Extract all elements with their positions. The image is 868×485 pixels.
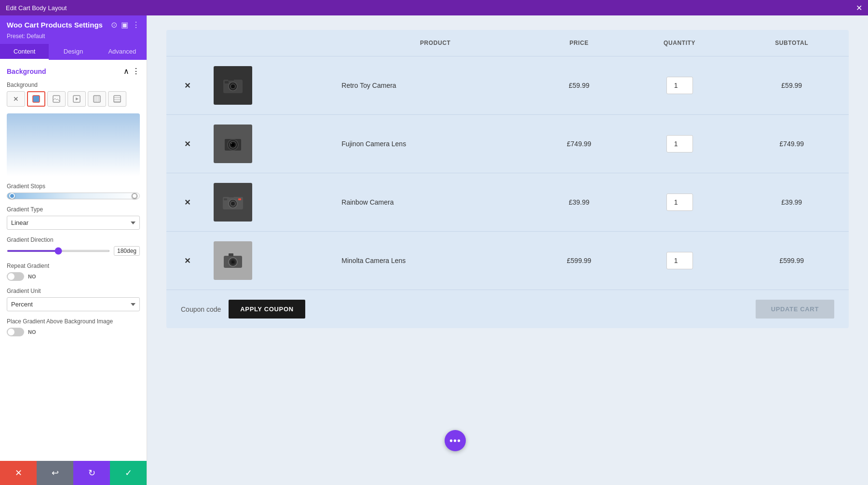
gradient-direction-label: Gradient Direction	[7, 236, 140, 243]
gradient-unit-select[interactable]: Percent Pixels	[7, 297, 140, 311]
panel-header-icons: ⊙ ▣ ⋮	[111, 20, 140, 29]
more-icon[interactable]: ⋮	[132, 20, 140, 29]
gradient-direction-slider-row: 180deg	[7, 246, 140, 256]
tabs: Content Design Advanced	[0, 44, 147, 60]
svg-rect-29	[229, 253, 233, 256]
gradient-direction-slider[interactable]	[7, 250, 110, 252]
repeat-gradient-toggle-row: NO	[7, 272, 140, 281]
header-subtotal: SUBTOTAL	[734, 30, 849, 56]
main-layout: Woo Cart Products Settings ⊙ ▣ ⋮ Preset:…	[0, 15, 868, 485]
background-type-group: Background ✕	[7, 82, 140, 107]
floating-action-dots: •••	[449, 435, 461, 446]
remove-cell-2: ✕	[166, 115, 209, 173]
svg-rect-23	[229, 194, 234, 197]
layout-icon[interactable]: ▣	[121, 20, 128, 29]
qty-input-4[interactable]	[666, 252, 693, 269]
place-gradient-toggle-row: NO	[7, 328, 140, 336]
place-gradient-toggle[interactable]	[7, 328, 24, 336]
remove-cell-3: ✕	[166, 173, 209, 232]
top-bar: Edit Cart Body Layout ✕	[0, 0, 868, 15]
qty-input-2[interactable]	[666, 135, 693, 152]
bg-type-pattern-button[interactable]	[88, 91, 106, 107]
top-bar-close-button[interactable]: ✕	[856, 3, 862, 13]
repeat-gradient-knob	[8, 273, 14, 280]
svg-rect-16	[225, 81, 229, 83]
gradient-unit-group: Gradient Unit Percent Pixels	[7, 288, 140, 311]
qty-cell-4	[624, 232, 735, 290]
save-button[interactable]: ✓	[110, 461, 147, 485]
header-quantity: QUANTITY	[624, 30, 735, 56]
remove-button-4[interactable]: ✕	[184, 256, 190, 265]
cart-container: PRODUCT PRICE QUANTITY SUBTOTAL ✕	[166, 30, 849, 328]
tab-design[interactable]: Design	[49, 44, 97, 60]
gradient-type-group: Gradient Type Linear Radial	[7, 206, 140, 230]
qty-cell-2	[624, 115, 735, 173]
repeat-gradient-label: Repeat Gradient	[7, 263, 140, 269]
bg-type-row: ✕	[7, 91, 140, 107]
svg-rect-13	[228, 77, 234, 81]
table-row: ✕	[166, 115, 849, 173]
cart-footer: Coupon code APPLY COUPON UPDATE CART	[166, 290, 849, 328]
place-gradient-group: Place Gradient Above Background Image NO	[7, 318, 140, 336]
svg-marker-3	[76, 97, 79, 100]
qty-input-1[interactable]	[666, 77, 693, 94]
gradient-stop-right[interactable]	[132, 193, 137, 199]
section-collapse-icon[interactable]: ∧	[123, 67, 129, 76]
product-name-1: Retro Toy Camera	[337, 56, 534, 115]
apply-coupon-button[interactable]: APPLY COUPON	[229, 300, 305, 319]
svg-point-32	[232, 261, 234, 263]
remove-cell-1: ✕	[166, 56, 209, 115]
panel-header-top: Woo Cart Products Settings ⊙ ▣ ⋮	[7, 20, 140, 29]
product-image-3	[214, 183, 252, 222]
gradient-unit-label: Gradient Unit	[7, 288, 140, 294]
qty-input-3[interactable]	[666, 194, 693, 211]
table-row: ✕	[166, 232, 849, 290]
gradient-stops-label: Gradient Stops	[7, 183, 140, 190]
product-name-3: Rainbow Camera	[337, 173, 534, 232]
bg-type-misc-button[interactable]	[108, 91, 126, 107]
cancel-button[interactable]: ✕	[0, 461, 37, 485]
gradient-type-select[interactable]: Linear Radial	[7, 216, 140, 230]
bg-type-none-button[interactable]: ✕	[7, 91, 25, 107]
tab-content[interactable]: Content	[0, 44, 49, 60]
gradient-stop-left[interactable]	[9, 193, 15, 199]
tab-advanced[interactable]: Advanced	[98, 44, 147, 60]
product-subtotal-3: £39.99	[734, 173, 849, 232]
section-title: Background	[7, 68, 46, 75]
coupon-label: Coupon code	[181, 305, 221, 313]
update-cart-button[interactable]: UPDATE CART	[756, 300, 834, 319]
bg-type-image-button[interactable]	[47, 91, 66, 107]
visibility-icon[interactable]: ⊙	[111, 20, 117, 29]
cart-table: PRODUCT PRICE QUANTITY SUBTOTAL ✕	[166, 30, 849, 290]
redo-button[interactable]: ↻	[73, 461, 110, 485]
place-gradient-label: Place Gradient Above Background Image	[7, 318, 140, 325]
bg-type-color-button[interactable]	[27, 91, 45, 107]
remove-button-1[interactable]: ✕	[184, 81, 190, 90]
gradient-direction-group: Gradient Direction 180deg	[7, 236, 140, 256]
svg-rect-1	[53, 96, 60, 102]
section-header: Background ∧ ⋮	[7, 67, 140, 76]
section-more-icon[interactable]: ⋮	[132, 67, 140, 76]
product-image-1	[214, 66, 252, 105]
svg-rect-0	[33, 96, 40, 102]
remove-button-2[interactable]: ✕	[184, 139, 190, 149]
image-cell-3	[209, 173, 337, 232]
product-image-2	[214, 125, 252, 163]
bg-type-video-button[interactable]	[68, 91, 86, 107]
table-row: ✕	[166, 173, 849, 232]
header-product: PRODUCT	[337, 30, 534, 56]
undo-button[interactable]: ↩	[37, 461, 73, 485]
repeat-gradient-toggle[interactable]	[7, 272, 24, 281]
panel-preset[interactable]: Preset: Default	[7, 33, 45, 40]
gradient-preview	[7, 113, 140, 176]
product-subtotal-2: £749.99	[734, 115, 849, 173]
right-content: PRODUCT PRICE QUANTITY SUBTOTAL ✕	[147, 15, 868, 485]
floating-action-button[interactable]: •••	[445, 430, 466, 451]
header-remove	[166, 30, 209, 56]
action-bar: ✕ ↩ ↻ ✓	[0, 461, 147, 485]
remove-button-3[interactable]: ✕	[184, 198, 190, 207]
gradient-stops-bar[interactable]	[7, 193, 140, 199]
svg-rect-26	[224, 198, 227, 200]
image-cell-4	[209, 232, 337, 290]
remove-cell-4: ✕	[166, 232, 209, 290]
